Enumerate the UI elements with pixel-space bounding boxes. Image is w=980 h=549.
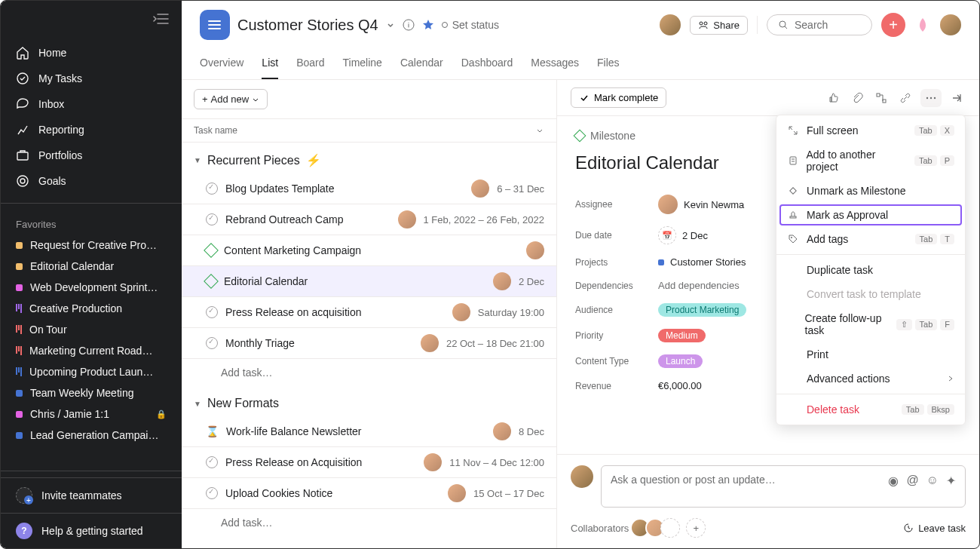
favorite-label: Marketing Current Road…	[29, 345, 167, 357]
menu-item-advanced-actions[interactable]: Advanced actions	[776, 367, 965, 391]
tab-calendar[interactable]: Calendar	[400, 51, 443, 79]
task-row[interactable]: Press Release on Acquisition11 Nov – 4 D…	[182, 447, 556, 478]
member-avatar[interactable]	[660, 14, 681, 35]
favorite-item[interactable]: On Tour	[1, 319, 182, 340]
share-button[interactable]: Share	[690, 16, 748, 35]
add-task-button[interactable]: Add task…	[182, 509, 556, 536]
favorite-item[interactable]: Upcoming Product Laun…	[1, 361, 182, 382]
favorite-item[interactable]: Chris / Jamie 1:1🔒	[1, 403, 182, 425]
user-avatar[interactable]	[940, 14, 961, 35]
project-menu-icon[interactable]	[386, 20, 395, 29]
tag-icon	[787, 234, 799, 244]
task-row[interactable]: Content Marketing Campaign	[182, 235, 556, 266]
mention-icon[interactable]: @	[906, 474, 918, 487]
menu-item-add-to-another-project[interactable]: Add to another projectTabP	[776, 143, 965, 179]
link-icon[interactable]	[896, 89, 914, 107]
menu-item-label: Duplicate task	[807, 264, 873, 276]
menu-item-full-screen[interactable]: Full screenTabX	[776, 118, 965, 143]
nav-my-tasks[interactable]: My Tasks	[1, 66, 182, 91]
set-status-button[interactable]: Set status	[442, 19, 499, 31]
add-task-button[interactable]: Add task…	[182, 359, 556, 386]
star-reaction-icon[interactable]: ✦	[946, 474, 956, 488]
info-icon[interactable]	[403, 19, 415, 31]
add-new-button[interactable]: + Add new	[194, 89, 268, 109]
complete-circle-icon[interactable]	[206, 337, 218, 349]
complete-circle-icon[interactable]	[206, 456, 218, 468]
sidebar-toggle-icon[interactable]	[153, 13, 170, 25]
star-icon[interactable]	[422, 19, 434, 31]
project-icon	[200, 10, 230, 40]
projects-label: Projects	[575, 257, 658, 268]
complete-circle-icon[interactable]	[206, 182, 218, 195]
tab-messages[interactable]: Messages	[531, 51, 579, 79]
section-header[interactable]: ▼Recurrent Pieces⚡	[182, 143, 556, 173]
menu-item-mark-as-approval[interactable]: Mark as Approval	[779, 204, 962, 225]
global-add-button[interactable]: +	[881, 13, 905, 37]
favorite-item[interactable]: Marketing Current Road…	[1, 340, 182, 361]
tab-board[interactable]: Board	[296, 51, 324, 79]
complete-circle-icon[interactable]	[206, 213, 218, 225]
task-row[interactable]: Press Release on acquisitionSaturday 19:…	[182, 297, 556, 328]
complete-circle-icon[interactable]	[206, 306, 218, 318]
nav-portfolios[interactable]: Portfolios	[1, 143, 182, 168]
deps-value[interactable]: Add dependencies	[658, 280, 740, 291]
search-input[interactable]: Search	[767, 14, 872, 35]
favorite-item[interactable]: Request for Creative Pro…	[1, 235, 182, 256]
caret-icon: ▼	[194, 156, 201, 164]
subtask-icon[interactable]	[872, 89, 890, 107]
menu-item-add-tags[interactable]: Add tagsTabT	[776, 227, 965, 251]
menu-item-print[interactable]: Print	[776, 342, 965, 367]
complete-circle-icon[interactable]	[206, 487, 218, 499]
record-icon[interactable]: ◉	[888, 474, 899, 488]
svg-point-4	[208, 20, 210, 22]
task-row[interactable]: Rebrand Outreach Camp1 Feb, 2022 – 26 Fe…	[182, 204, 556, 235]
favorite-item[interactable]: Lead Generation Campai…	[1, 425, 182, 446]
task-name: Press Release on acquisition	[225, 306, 445, 318]
mark-complete-button[interactable]: Mark complete	[571, 87, 666, 108]
favorite-item[interactable]: Creative Production	[1, 298, 182, 319]
tab-overview[interactable]: Overview	[200, 51, 243, 79]
attachment-icon[interactable]	[848, 89, 866, 107]
upgrade-icon[interactable]	[914, 17, 931, 33]
nav-inbox[interactable]: Inbox	[1, 91, 182, 117]
menu-item-unmark-as-milestone[interactable]: Unmark as Milestone	[776, 179, 965, 203]
nav-home[interactable]: Home	[1, 40, 182, 66]
favorite-item[interactable]: Team Weekly Meeting	[1, 382, 182, 403]
task-row[interactable]: Monthly Triage22 Oct – 18 Dec 21:00	[182, 328, 556, 359]
emoji-icon[interactable]: ☺	[926, 474, 939, 487]
menu-item-duplicate-task[interactable]: Duplicate task	[776, 258, 965, 282]
comment-input[interactable]: Ask a question or post an update… ◉ @ ☺ …	[601, 465, 966, 508]
like-icon[interactable]	[824, 89, 842, 107]
tab-dashboard[interactable]: Dashboard	[461, 51, 513, 79]
favorite-item[interactable]: Editorial Calendar	[1, 256, 182, 277]
nav-goals[interactable]: Goals	[1, 168, 182, 194]
milestone-diamond-icon[interactable]	[204, 243, 219, 258]
add-collaborator-button[interactable]: +	[686, 518, 706, 538]
menu-item-delete-task[interactable]: Delete taskTabBksp	[776, 397, 965, 422]
hourglass-icon[interactable]: ⌛	[206, 425, 219, 437]
tab-timeline[interactable]: Timeline	[343, 51, 382, 79]
favorite-item[interactable]: Web Development Sprint…	[1, 277, 182, 298]
nav-reporting[interactable]: Reporting	[1, 117, 182, 143]
task-row[interactable]: Editorial Calendar2 Dec	[182, 266, 556, 297]
task-date: 2 Dec	[519, 276, 544, 287]
content-value: Launch	[658, 354, 703, 368]
nav-inbox-label: Inbox	[38, 98, 64, 110]
tab-files[interactable]: Files	[597, 51, 620, 79]
help-getting-started[interactable]: ? Help & getting started	[1, 513, 182, 548]
section-header[interactable]: ▼New Formats	[182, 386, 556, 416]
current-user-avatar	[571, 465, 593, 488]
svg-point-3	[20, 179, 25, 183]
milestone-diamond-icon[interactable]	[204, 274, 219, 289]
chevron-down-icon[interactable]	[535, 126, 544, 135]
close-detail-icon[interactable]	[948, 89, 966, 107]
task-row[interactable]: ⌛Work-life Balance Newsletter8 Dec	[182, 416, 556, 447]
svg-rect-11	[877, 94, 880, 97]
task-row[interactable]: Blog Updates Template6 – 31 Dec	[182, 173, 556, 204]
task-row[interactable]: Upload Cookies Notice15 Oct – 17 Dec	[182, 478, 556, 509]
invite-teammates[interactable]: Invite teammates	[1, 477, 182, 513]
leave-task-button[interactable]: Leave task	[903, 523, 966, 534]
more-actions-button[interactable]	[920, 89, 942, 107]
tab-list[interactable]: List	[262, 51, 278, 79]
menu-item-create-follow-up-task[interactable]: Create follow-up task⇧TabF	[776, 306, 965, 342]
